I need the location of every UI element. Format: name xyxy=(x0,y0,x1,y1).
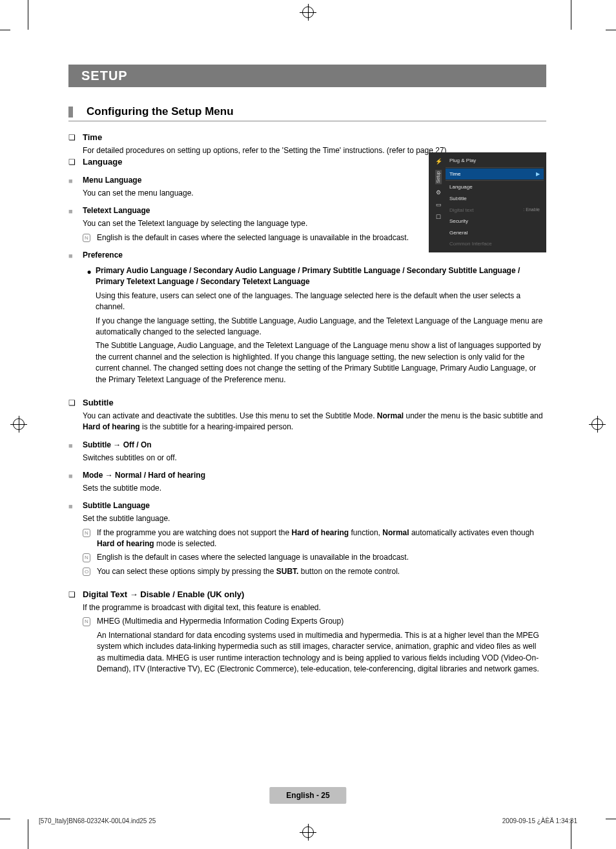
chevron-right-icon: ▶ xyxy=(536,170,540,178)
osd-item-label: Digital text xyxy=(449,207,473,213)
preference-bullet: ● Primary Audio Language / Secondary Aud… xyxy=(83,265,546,385)
mheg-body: An International standard for data encod… xyxy=(97,630,546,675)
subsection-subtitle-mode: ■ Mode → Normal / Hard of hearing xyxy=(68,470,546,482)
tool-icon: O xyxy=(83,566,97,577)
crop-mark xyxy=(606,819,616,819)
mheg-head: MHEG (Multimedia and Hypermedia Informat… xyxy=(97,616,546,627)
subtitle-mode-heading: Mode → Normal / Hard of hearing xyxy=(83,470,205,481)
section-heading: Configuring the Setup Menu xyxy=(68,105,546,121)
digital-text-heading: Digital Text → Disable / Enable (UK only… xyxy=(83,589,244,601)
crop-mark xyxy=(28,0,28,30)
q-icon: ❏ xyxy=(68,156,83,168)
subtitle-note-2: N English is the default in cases where … xyxy=(83,552,546,563)
language-heading: Language xyxy=(83,156,122,169)
body-area: ❏ Time For detailed procedures on settin… xyxy=(68,132,546,675)
subtitle-intro-b: Normal xyxy=(377,411,404,420)
osd-item-security: Security xyxy=(446,216,544,227)
bullet-icon: ● xyxy=(83,265,96,278)
preference-bullet-content: Primary Audio Language / Secondary Audio… xyxy=(96,265,546,385)
footer-left: [570_Italy]BN68-02324K-00L04.ind25 25 xyxy=(39,817,156,824)
square-icon: ■ xyxy=(68,500,83,512)
osd-item-plug-play: Plug & Play xyxy=(446,155,544,167)
digital-text-mheg-content: MHEG (Multimedia and Hypermedia Informat… xyxy=(97,616,546,675)
subtitle-heading: Subtitle xyxy=(83,397,114,409)
osd-item-language: Language xyxy=(446,181,544,193)
osd-item-label: Time xyxy=(449,170,460,178)
subtitle-intro-e: is the subtitle for a hearing-impaired p… xyxy=(140,422,293,431)
subtitle-offon-heading: Subtitle → Off / On xyxy=(83,440,152,451)
subtitle-note-1-text: If the programme you are watching does n… xyxy=(97,527,546,550)
section-digital-text: ❏ Digital Text → Disable / Enable (UK on… xyxy=(68,589,546,601)
page-content: SETUP Configuring the Setup Menu ❏ Time … xyxy=(68,65,546,675)
digital-text-mheg: N MHEG (Multimedia and Hypermedia Inform… xyxy=(83,616,546,675)
section-subtitle: ❏ Subtitle xyxy=(68,397,546,409)
registration-mark-top xyxy=(302,6,314,18)
osd-item-value: : Enable xyxy=(523,207,540,213)
teletext-note-text: English is the default in cases where th… xyxy=(97,232,409,243)
osd-item-subtitle: Subtitle xyxy=(446,193,544,205)
note-icon: N xyxy=(83,232,97,243)
osd-item-time-selected: Time ▶ xyxy=(446,169,544,180)
registration-mark-left xyxy=(13,418,25,430)
subtitle-language-heading: Subtitle Language xyxy=(83,500,150,511)
square-icon: ■ xyxy=(68,250,83,261)
preference-bullet-head: Primary Audio Language / Secondary Audio… xyxy=(96,265,546,288)
q-icon: ❏ xyxy=(68,132,83,143)
osd-side-label: Setup xyxy=(435,170,442,184)
crop-mark xyxy=(571,0,571,30)
q-icon: ❏ xyxy=(68,397,83,409)
crop-mark xyxy=(28,819,28,849)
subtitle-note-3: O You can select these options simply by… xyxy=(83,566,546,577)
subtitle-language-body: Set the subtitle language. xyxy=(83,513,546,524)
teletext-language-heading: Teletext Language xyxy=(83,205,150,216)
square-icon: ■ xyxy=(68,175,83,187)
footer-right: 2009-09-15 ¿ÀÈÄ 1:34:31 xyxy=(502,817,577,824)
input-icon: ▭ xyxy=(436,201,442,209)
note-icon: N xyxy=(83,616,97,626)
osd-setup-menu: ⚡ Setup ⚙ ▭ ☐ Plug & Play Time ▶ Languag… xyxy=(429,152,546,252)
crop-mark xyxy=(0,30,10,30)
subtitle-intro-a: You can activate and deactivate the subt… xyxy=(83,411,377,420)
note-icon: N xyxy=(83,527,97,538)
square-icon: ■ xyxy=(68,205,83,217)
osd-item-general: General xyxy=(446,227,544,239)
subsection-subtitle-offon: ■ Subtitle → Off / On xyxy=(68,440,546,451)
subtitle-intro-c: under the menu is the basic subtitle and xyxy=(404,411,542,420)
crop-mark xyxy=(606,30,616,30)
preference-heading: Preference xyxy=(83,250,123,261)
subsection-subtitle-language: ■ Subtitle Language xyxy=(68,500,546,512)
support-icon: ☐ xyxy=(436,213,441,221)
subtitle-note-2-text: English is the default in cases where th… xyxy=(97,552,409,563)
crop-mark xyxy=(0,819,10,819)
registration-mark-right xyxy=(591,418,603,430)
preference-p1: Using this feature, users can select one… xyxy=(96,291,546,313)
osd-item-common-interface: Common Interface xyxy=(446,238,544,250)
subtitle-intro-d: Hard of hearing xyxy=(83,422,140,431)
setup-title-bar: SETUP xyxy=(68,65,546,87)
subtitle-note-3-text: You can select these options simply by p… xyxy=(97,566,400,577)
registration-mark-bottom xyxy=(302,826,314,838)
preference-p3: The Subtitle Language, Audio Language, a… xyxy=(96,340,546,385)
subtitle-note-1: N If the programme you are watching does… xyxy=(83,527,546,550)
subtitle-offon-body: Switches subtitles on or off. xyxy=(83,453,546,464)
page-number-pill: English - 25 xyxy=(269,787,346,804)
section-time: ❏ Time xyxy=(68,132,546,144)
osd-sidebar: ⚡ Setup ⚙ ▭ ☐ xyxy=(431,155,446,250)
plug-icon: ⚡ xyxy=(435,158,442,166)
subtitle-mode-body: Sets the subtitle mode. xyxy=(83,483,546,494)
q-icon: ❏ xyxy=(68,589,83,600)
square-icon: ■ xyxy=(68,470,83,482)
preference-p2: If you change the language setting, the … xyxy=(96,316,546,338)
gear-icon: ⚙ xyxy=(436,189,441,197)
digital-text-body: If the programme is broadcast with digit… xyxy=(83,602,546,613)
time-heading: Time xyxy=(83,132,102,144)
menu-language-heading: Menu Language xyxy=(83,175,141,186)
osd-main: Plug & Play Time ▶ Language Subtitle Dig… xyxy=(446,155,544,250)
subtitle-intro: You can activate and deactivate the subt… xyxy=(83,411,546,433)
square-icon: ■ xyxy=(68,440,83,451)
osd-item-digital-text: Digital text : Enable xyxy=(446,205,544,216)
note-icon: N xyxy=(83,552,97,562)
